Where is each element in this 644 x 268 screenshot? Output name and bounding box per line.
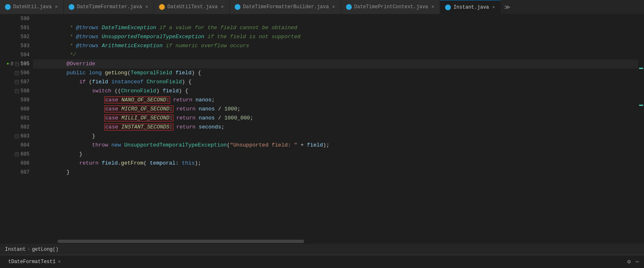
line-num-595: ● @ − 595 xyxy=(7,60,30,69)
code-line-594: @Override xyxy=(33,50,638,60)
breadcrumb-class: Instant xyxy=(5,247,25,252)
tab-label-dateutiltest: DateUtilTest.java xyxy=(167,4,217,10)
line-num-607: 607 xyxy=(7,168,30,177)
tab-close-datetimeprintcontext[interactable]: × xyxy=(431,4,435,10)
bottom-tab-testformat[interactable]: tDateFormatTest1 × xyxy=(5,257,64,266)
tab-icon-instant xyxy=(445,5,451,10)
bottom-panel: tDateFormatTest1 × ⚙ ⋯ xyxy=(0,255,644,268)
breadcrumb-method: getLong() xyxy=(32,247,59,252)
horizontal-scrollbar-thumb[interactable] xyxy=(58,240,304,243)
line-numbers: 590 591 592 593 594 ● @ − 595 xyxy=(0,14,33,239)
fold-icon-605[interactable]: − xyxy=(15,152,19,156)
more-icon[interactable]: ⋯ xyxy=(636,258,639,265)
code-line-595: public long getLong(TemporalField field)… xyxy=(33,60,638,69)
status-bar: Instant › getLong() xyxy=(0,243,644,255)
tab-close-datetimeformatter[interactable]: × xyxy=(145,4,149,10)
code-line-605: return field.getFrom( temporal: this); xyxy=(33,150,638,159)
fold-icon-597[interactable]: − xyxy=(15,80,19,84)
tab-label-instant: Instant.java xyxy=(453,5,489,10)
code-line-603: throw new UnsupportedTemporalTypeExcepti… xyxy=(33,132,638,141)
tab-datetimeprintcontext[interactable]: DateTimePrintContext.java × xyxy=(341,0,441,14)
tab-label-datetimeprintcontext: DateTimePrintContext.java xyxy=(354,4,428,10)
line-num-600: 600 xyxy=(7,105,30,114)
tab-instant[interactable]: Instant.java × xyxy=(440,0,501,14)
gutter-mark-2 xyxy=(639,105,643,106)
tab-label-dateutil: DateUtil.java xyxy=(13,4,52,10)
case-highlight-598: case NANO_OF_SECOND: xyxy=(105,97,170,103)
right-gutter xyxy=(638,14,644,239)
tab-icon-datetimeprintcontext xyxy=(346,4,352,10)
tab-icon-datetimeformatterbuilder xyxy=(235,4,240,10)
line-num-603: − 603 xyxy=(7,132,30,141)
line-num-606: 606 xyxy=(7,159,30,168)
line-num-591: 591 xyxy=(7,23,30,32)
breadcrumb-separator: › xyxy=(27,247,30,252)
case-highlight-599: case MICRO_OF_SECOND: xyxy=(105,106,173,112)
fold-icon-603[interactable]: − xyxy=(15,134,19,138)
line-num-604: 604 xyxy=(7,141,30,150)
line-num-597: − 597 xyxy=(7,78,30,87)
tab-close-datetimeformatterbuilder[interactable]: × xyxy=(331,4,336,10)
settings-icon[interactable]: ⚙ xyxy=(627,258,630,265)
code-line-590: * @throws DateTimeException if a value f… xyxy=(33,14,638,23)
tab-icon-dateutil xyxy=(5,4,11,10)
line-num-601: 601 xyxy=(7,114,30,123)
gutter-mark-1 xyxy=(639,68,643,69)
line-num-598: − 598 xyxy=(7,87,30,96)
line-num-594: 594 xyxy=(7,50,30,60)
code-lines[interactable]: * @throws DateTimeException if a value f… xyxy=(33,14,638,239)
line-num-599: 599 xyxy=(7,96,30,105)
fold-icon-598[interactable]: − xyxy=(15,89,19,93)
case-highlight-601: case INSTANT_SECONDS: xyxy=(105,124,173,130)
tab-bar: DateUtil.java × DateTimeFormatter.java ×… xyxy=(0,0,644,14)
code-line-607 xyxy=(33,168,638,177)
line-num-592: 592 xyxy=(7,32,30,41)
line-num-596: − 596 xyxy=(7,69,30,78)
line-num-605: − 605 xyxy=(7,150,30,159)
editor-area: 590 591 592 593 594 ● @ − 595 xyxy=(0,14,644,243)
tab-label-datetimeformatterbuilder: DateTimeFormatterBuilder.java xyxy=(243,4,329,10)
tab-datetimeformatterbuilder[interactable]: DateTimeFormatterBuilder.java × xyxy=(230,0,341,14)
code-content: 590 591 592 593 594 ● @ − 595 xyxy=(0,14,644,239)
tab-icon-datetimeformatter xyxy=(69,4,74,10)
fold-icon-595[interactable]: − xyxy=(15,62,19,66)
main-area: 590 591 592 593 594 ● @ − 595 xyxy=(0,14,644,243)
bottom-tab-close[interactable]: × xyxy=(58,259,61,264)
line-num-593: 593 xyxy=(7,41,30,50)
tab-label-datetimeformatter: DateTimeFormatter.java xyxy=(77,4,142,10)
tab-dateutil[interactable]: DateUtil.java × xyxy=(0,0,64,14)
bottom-tab-label: tDateFormatTest1 xyxy=(8,259,55,265)
case-highlight-600: case MILLI_OF_SECOND: xyxy=(105,115,173,121)
horizontal-scrollbar[interactable] xyxy=(0,239,644,243)
line-num-590: 590 xyxy=(7,14,30,23)
tab-overflow-button[interactable]: ≫ xyxy=(501,4,514,11)
tab-dateutiltest[interactable]: DateUtilTest.java × xyxy=(154,0,230,14)
bottom-right-icons: ⚙ ⋯ xyxy=(627,258,639,265)
tab-close-instant[interactable]: × xyxy=(492,5,496,10)
line-num-602: 602 xyxy=(7,123,30,132)
code-line-598: case NANO_OF_SECOND: return nanos; xyxy=(33,87,638,96)
tab-icon-dateutiltest xyxy=(159,4,165,10)
tab-close-dateutil[interactable]: × xyxy=(54,4,59,10)
breadcrumb: Instant › getLong() xyxy=(5,247,58,252)
fold-icon-596[interactable]: − xyxy=(15,71,19,75)
tab-datetimeformatter[interactable]: DateTimeFormatter.java × xyxy=(64,0,154,14)
tab-close-dateutiltest[interactable]: × xyxy=(220,4,225,10)
